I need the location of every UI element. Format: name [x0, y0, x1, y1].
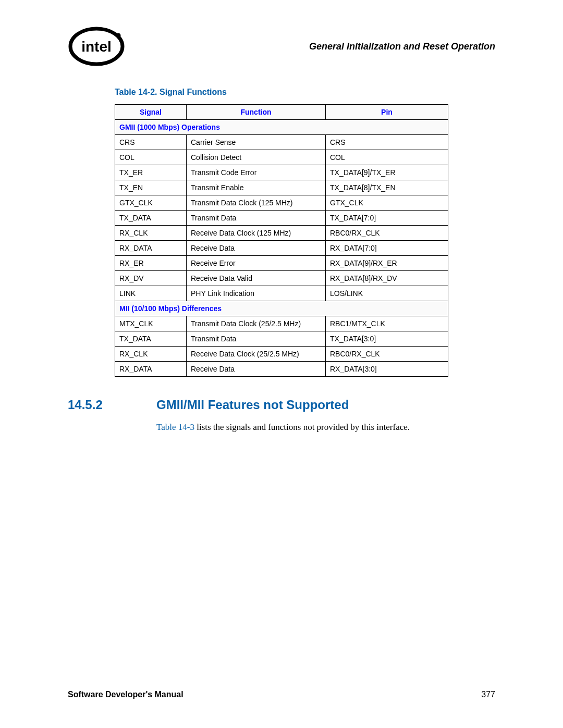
section-heading: 14.5.2GMII/MII Features not Supported: [68, 398, 495, 412]
svg-point-1: [116, 33, 121, 38]
cell-signal: RX_DATA: [115, 362, 187, 377]
cell-pin: RX_DATA[9]/RX_ER: [326, 256, 448, 271]
section-title-mii: MII (10/100 Mbps) Differences: [115, 301, 448, 316]
cell-signal: LINK: [115, 286, 187, 301]
cell-signal: MTX_CLK: [115, 316, 187, 331]
cell-pin: RX_DATA[7:0]: [326, 241, 448, 256]
table-row: TX_DATATransmit DataTX_DATA[3:0]: [115, 331, 448, 347]
table-row: RX_DATAReceive DataRX_DATA[7:0]: [115, 241, 448, 256]
cell-function: Receive Data: [187, 362, 326, 377]
cell-signal: TX_EN: [115, 180, 187, 195]
cell-signal: RX_CLK: [115, 226, 187, 241]
section-title: GMII/MII Features not Supported: [156, 398, 349, 412]
cell-pin: CRS: [326, 135, 448, 150]
table-row: TX_ERTransmit Code ErrorTX_DATA[9]/TX_ER: [115, 165, 448, 180]
col-pin: Pin: [326, 105, 448, 120]
cell-function: PHY Link Indication: [187, 286, 326, 301]
cell-pin: RBC0/RX_CLK: [326, 226, 448, 241]
col-function: Function: [187, 105, 326, 120]
table-title: Table 14-2. Signal Functions: [115, 88, 495, 97]
cell-function: Transmit Code Error: [187, 165, 326, 180]
cell-function: Receive Data Clock (25/2.5 MHz): [187, 347, 326, 362]
page: intel General Initialization and Reset O…: [0, 0, 563, 728]
table-header-row: Signal Function Pin: [115, 105, 448, 120]
cell-function: Receive Data Valid: [187, 271, 326, 286]
cell-signal: TX_DATA: [115, 331, 187, 347]
table-row: RX_CLKReceive Data Clock (125 MHz)RBC0/R…: [115, 226, 448, 241]
cell-function: Transmit Data Clock (25/2.5 MHz): [187, 316, 326, 331]
cell-signal: RX_DATA: [115, 241, 187, 256]
table-row: RX_DVReceive Data ValidRX_DATA[8]/RX_DV: [115, 271, 448, 286]
cell-function: Transmit Data: [187, 331, 326, 347]
cell-pin: TX_DATA[9]/TX_ER: [326, 165, 448, 180]
cell-pin: LOS/LINK: [326, 286, 448, 301]
table-reference-link[interactable]: Table 14-3: [156, 422, 194, 432]
cell-signal: GTX_CLK: [115, 195, 187, 211]
cell-function: Receive Error: [187, 256, 326, 271]
cell-pin: TX_DATA[7:0]: [326, 211, 448, 226]
cell-function: Transmit Data: [187, 211, 326, 226]
table-row: RX_CLKReceive Data Clock (25/2.5 MHz)RBC…: [115, 347, 448, 362]
cell-function: Receive Data: [187, 241, 326, 256]
section-row-mii: MII (10/100 Mbps) Differences: [115, 301, 448, 316]
section-row-gmii: GMII (1000 Mbps) Operations: [115, 120, 448, 135]
cell-function: Transmit Enable: [187, 180, 326, 195]
intel-logo: intel: [68, 26, 125, 67]
cell-pin: RX_DATA[3:0]: [326, 362, 448, 377]
cell-function: Receive Data Clock (125 MHz): [187, 226, 326, 241]
footer-title: Software Developer's Manual: [68, 690, 183, 699]
cell-signal: RX_DV: [115, 271, 187, 286]
table-row: TX_ENTransmit EnableTX_DATA[8]/TX_EN: [115, 180, 448, 195]
table-row: RX_DATAReceive DataRX_DATA[3:0]: [115, 362, 448, 377]
cell-pin: RBC0/RX_CLK: [326, 347, 448, 362]
section-title-gmii: GMII (1000 Mbps) Operations: [115, 120, 448, 135]
cell-function: Carrier Sense: [187, 135, 326, 150]
page-header: intel General Initialization and Reset O…: [68, 26, 495, 67]
section-number: 14.5.2: [68, 398, 156, 412]
cell-signal: TX_DATA: [115, 211, 187, 226]
cell-pin: TX_DATA[8]/TX_EN: [326, 180, 448, 195]
cell-signal: RX_ER: [115, 256, 187, 271]
table-row: CRSCarrier SenseCRS: [115, 135, 448, 150]
cell-function: Transmit Data Clock (125 MHz): [187, 195, 326, 211]
page-footer: Software Developer's Manual 377: [68, 690, 495, 699]
table-row: LINKPHY Link IndicationLOS/LINK: [115, 286, 448, 301]
chapter-title: General Initialization and Reset Operati…: [309, 41, 495, 52]
cell-pin: TX_DATA[3:0]: [326, 331, 448, 347]
table-row: GTX_CLKTransmit Data Clock (125 MHz)GTX_…: [115, 195, 448, 211]
table-row: COLCollision DetectCOL: [115, 150, 448, 165]
cell-pin: RBC1/MTX_CLK: [326, 316, 448, 331]
cell-pin: COL: [326, 150, 448, 165]
table-row: RX_ERReceive ErrorRX_DATA[9]/RX_ER: [115, 256, 448, 271]
body-rest: lists the signals and functions not prov…: [194, 422, 410, 432]
cell-function: Collision Detect: [187, 150, 326, 165]
table-row: MTX_CLKTransmit Data Clock (25/2.5 MHz)R…: [115, 316, 448, 331]
cell-signal: RX_CLK: [115, 347, 187, 362]
cell-signal: CRS: [115, 135, 187, 150]
body-paragraph: Table 14-3 lists the signals and functio…: [156, 422, 495, 433]
svg-text:intel: intel: [81, 39, 112, 55]
col-signal: Signal: [115, 105, 187, 120]
table-row: TX_DATATransmit DataTX_DATA[7:0]: [115, 211, 448, 226]
cell-signal: TX_ER: [115, 165, 187, 180]
page-number: 377: [481, 690, 495, 699]
cell-pin: GTX_CLK: [326, 195, 448, 211]
cell-pin: RX_DATA[8]/RX_DV: [326, 271, 448, 286]
signal-functions-table: Signal Function Pin GMII (1000 Mbps) Ope…: [115, 104, 448, 377]
cell-signal: COL: [115, 150, 187, 165]
